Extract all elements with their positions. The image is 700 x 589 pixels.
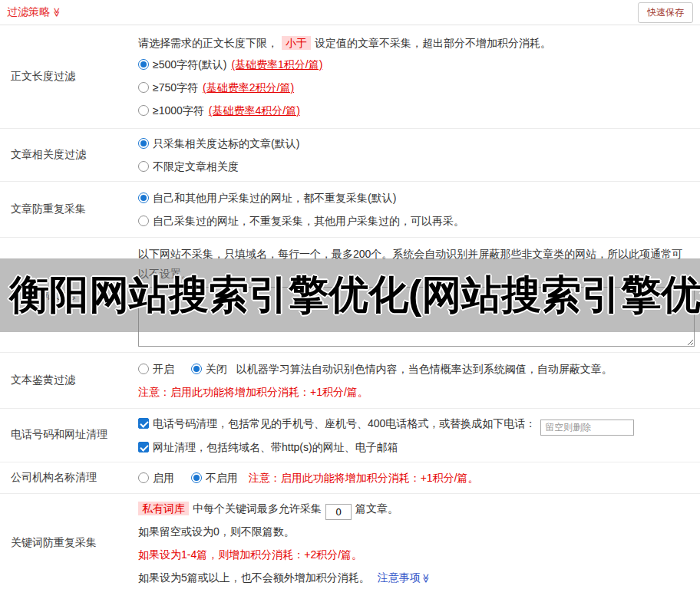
site-filter-desc: 以下网站不采集，只填域名，每行一个，最多200个。系统会自动识别并屏蔽那些非文章… xyxy=(138,244,692,284)
radio-relevance-any[interactable] xyxy=(138,161,149,172)
option-label: ≥750字符 xyxy=(153,81,198,94)
option-label: 开启 xyxy=(153,363,174,375)
intro-text: 请选择需求的正文长度下限， xyxy=(138,37,278,49)
keyword-limit-note-zero: 如果留空或设为0，则不限篇数。 xyxy=(138,520,695,543)
row-site-filter: 目标网站过滤 以下网站不采集，只填域名，每行一个，最多200个。系统会自动识别并… xyxy=(0,238,700,353)
fee-note: (基础费率4积分/篇) xyxy=(209,104,300,117)
keyword-limit-setting: 私有词库中每个关键词最多允许采集篇文章。 xyxy=(138,497,695,520)
fee-note: (基础费率1积分/篇) xyxy=(231,58,322,71)
radio-porn-on[interactable] xyxy=(138,364,149,374)
intro-text-after: 设定值的文章不采集，超出部分不增加积分消耗。 xyxy=(315,37,551,49)
keyword-count-input[interactable] xyxy=(325,504,352,520)
row-porn-filter: 文本鉴黄过滤 开启 关闭 以机器学习算法自动识别色情内容，当色情概率达到系统阈值… xyxy=(0,353,700,409)
chevron-down-icon: ≫ xyxy=(52,8,61,18)
topbar: 过滤策略 ≫ 快速保存 xyxy=(0,0,700,25)
page-title-text: 过滤策略 xyxy=(7,5,50,19)
section-label: 文章相关度过滤 xyxy=(11,148,86,162)
row-label: 文章防重复采集 xyxy=(0,182,138,237)
porn-option-on[interactable]: 开启 xyxy=(138,363,174,375)
option-label: 关闭 xyxy=(206,363,227,375)
option-label: 不启用 xyxy=(206,472,238,484)
section-label: 公司机构名称清理 xyxy=(11,471,97,485)
row-label: 公司机构名称清理 xyxy=(0,462,138,493)
length-option-750[interactable]: ≥750字符(基础费率2积分/篇) xyxy=(138,76,695,99)
site-blocklist-textarea[interactable] xyxy=(138,287,695,347)
porn-filter-desc: 以机器学习算法自动识别色情内容，当色情概率达到系统阈值，自动屏蔽文章。 xyxy=(236,363,612,375)
notice-link[interactable]: 注意事项≫ xyxy=(378,571,431,584)
porn-filter-options: 开启 关闭 以机器学习算法自动识别色情内容，当色情概率达到系统阈值，自动屏蔽文章… xyxy=(138,357,695,380)
chevron-down-icon: ≫ xyxy=(421,573,431,583)
private-lexicon-highlight: 私有词库 xyxy=(138,502,189,515)
radio-porn-off[interactable] xyxy=(191,364,202,374)
relevance-option-any[interactable]: 不限定文章相关度 xyxy=(138,155,695,178)
limit-text: 中每个关键词最多允许采集 xyxy=(193,502,322,515)
length-option-500[interactable]: ≥500字符(默认)(基础费率1积分/篇) xyxy=(138,53,695,76)
row-label: 文本鉴黄过滤 xyxy=(0,353,138,408)
option-label: 启用 xyxy=(153,472,174,484)
row-company-clean: 公司机构名称清理 启用 不启用 注意：启用此功能将增加积分消耗：+1积分/篇。 xyxy=(0,462,700,494)
radio-company-off[interactable] xyxy=(191,472,202,483)
radio-length-500[interactable] xyxy=(138,59,149,70)
porn-option-off[interactable]: 关闭 xyxy=(191,363,227,375)
row-label: 目标网站过滤 xyxy=(0,238,138,352)
company-clean-options: 启用 不启用 注意：启用此功能将增加积分消耗：+1积分/篇。 xyxy=(138,466,695,489)
option-label: 电话号码清理，包括常见的手机号、座机号、400电话格式，或替换成如下电话： xyxy=(153,417,536,429)
row-relevance-filter: 文章相关度过滤 只采集相关度达标的文章(默认) 不限定文章相关度 xyxy=(0,129,700,182)
limit-text-after: 篇文章。 xyxy=(355,502,398,515)
option-label: ≥1000字符 xyxy=(153,104,204,117)
url-clean-option[interactable]: 网址清理，包括纯域名、带http(s)的网址、电子邮箱 xyxy=(138,436,695,459)
row-label: 关键词防重复采集 xyxy=(0,494,138,589)
option-label: 不限定文章相关度 xyxy=(153,160,239,173)
section-label: 文章防重复采集 xyxy=(11,202,86,216)
radio-length-750[interactable] xyxy=(138,82,149,93)
length-option-1000[interactable]: ≥1000字符(基础费率4积分/篇) xyxy=(138,99,695,122)
relevance-option-strict[interactable]: 只采集相关度达标的文章(默认) xyxy=(138,132,695,155)
notice-link-text: 注意事项 xyxy=(378,571,421,584)
option-label: 网址清理，包括纯域名、带http(s)的网址、电子邮箱 xyxy=(153,441,398,453)
option-label: 自己采集过的网址，不重复采集，其他用户采集过的，可以再采。 xyxy=(153,215,464,227)
section-label: 电话号码和网址清理 xyxy=(11,428,107,442)
dedupe-option-all-users[interactable]: 自己和其他用户采集过的网址，都不重复采集(默认) xyxy=(138,186,695,209)
radio-dedupe-all[interactable] xyxy=(138,192,149,203)
company-clean-note: 注意：启用此功能将增加积分消耗：+1积分/篇。 xyxy=(249,472,479,484)
option-label: ≥500字符(默认) xyxy=(153,58,226,71)
radio-company-on[interactable] xyxy=(138,472,149,483)
section-label: 正文长度过滤 xyxy=(11,70,75,84)
checkbox-url-clean[interactable] xyxy=(138,442,149,452)
row-content-length-filter: 正文长度过滤 请选择需求的正文长度下限，小于设定值的文章不采集，超出部分不增加积… xyxy=(0,25,700,129)
section-label: 关键词防重复采集 xyxy=(11,536,97,550)
length-intro: 请选择需求的正文长度下限，小于设定值的文章不采集，超出部分不增加积分消耗。 xyxy=(138,33,695,53)
row-label: 电话号码和网址清理 xyxy=(0,409,138,462)
dedupe-option-self-only[interactable]: 自己采集过的网址，不重复采集，其他用户采集过的，可以再采。 xyxy=(138,209,695,232)
company-option-off[interactable]: 不启用 xyxy=(191,472,238,484)
radio-relevance-strict[interactable] xyxy=(138,138,149,149)
company-option-on[interactable]: 启用 xyxy=(138,472,174,484)
row-dedupe-filter: 文章防重复采集 自己和其他用户采集过的网址，都不重复采集(默认) 自己采集过的网… xyxy=(0,182,700,238)
section-label: 目标网站过滤 xyxy=(11,288,75,302)
quick-save-button[interactable]: 快速保存 xyxy=(638,2,693,23)
keyword-limit-note-5plus: 如果设为5篇或以上，也不会额外增加积分消耗。注意事项≫ xyxy=(138,566,695,589)
phone-clean-option[interactable]: 电话号码清理，包括常见的手机号、座机号、400电话格式，或替换成如下电话： xyxy=(138,412,695,436)
page-title[interactable]: 过滤策略 ≫ xyxy=(7,5,62,19)
limit-note-text: 如果设为5篇或以上，也不会额外增加积分消耗。 xyxy=(138,571,370,584)
replacement-phone-input[interactable] xyxy=(540,420,634,436)
porn-filter-note: 注意：启用此功能将增加积分消耗：+1积分/篇。 xyxy=(138,380,695,403)
radio-dedupe-self[interactable] xyxy=(138,216,149,226)
fee-note: (基础费率2积分/篇) xyxy=(203,81,294,94)
checkbox-phone-clean[interactable] xyxy=(138,418,149,429)
less-than-highlight: 小于 xyxy=(282,36,311,50)
option-label: 自己和其他用户采集过的网址，都不重复采集(默认) xyxy=(153,192,396,204)
keyword-limit-note-1-4: 如果设为1-4篇，则增加积分消耗：+2积分/篇。 xyxy=(138,543,695,566)
option-label: 只采集相关度达标的文章(默认) xyxy=(153,137,299,150)
row-label: 正文长度过滤 xyxy=(0,25,138,128)
row-keyword-limit: 关键词防重复采集 私有词库中每个关键词最多允许采集篇文章。 如果留空或设为0，则… xyxy=(0,494,700,589)
row-label: 文章相关度过滤 xyxy=(0,129,138,181)
section-label: 文本鉴黄过滤 xyxy=(11,373,75,387)
row-phone-url-clean: 电话号码和网址清理 电话号码清理，包括常见的手机号、座机号、400电话格式，或替… xyxy=(0,409,700,462)
radio-length-1000[interactable] xyxy=(138,105,149,116)
